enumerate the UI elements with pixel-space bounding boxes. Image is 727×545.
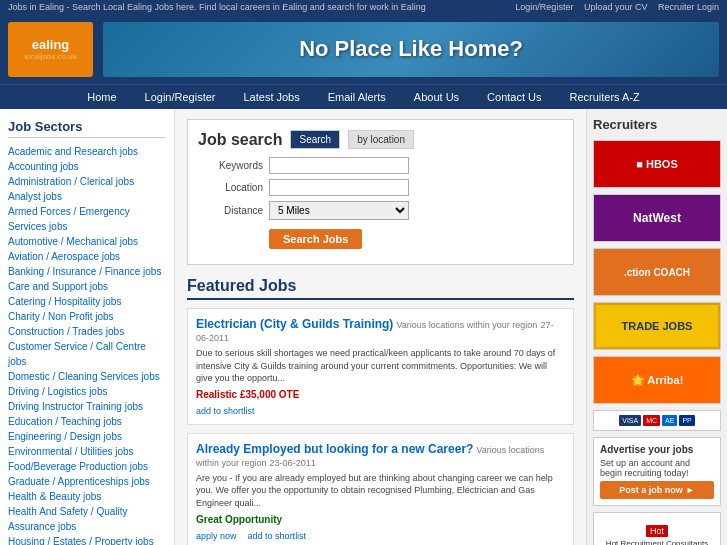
job-2-header: Already Employed but looking for a new C… <box>196 442 565 468</box>
post-job-label: Post a job now <box>619 485 683 495</box>
advertise-text: Set up an account and begin recruiting t… <box>600 458 714 478</box>
sidebar-link-food[interactable]: Food/Beverage Production jobs <box>8 459 166 474</box>
sidebar-link-domestic[interactable]: Domestic / Cleaning Services jobs <box>8 369 166 384</box>
job-2-desc: Are you - If you are already employed bu… <box>196 472 565 510</box>
sidebar-link-education[interactable]: Education / Teaching jobs <box>8 414 166 429</box>
banner-text: No Place Like Home? <box>299 36 523 62</box>
sidebar-link-armed-forces[interactable]: Armed Forces / Emergency Services jobs <box>8 204 166 234</box>
header-banner: No Place Like Home? <box>103 22 719 77</box>
sidebar-link-driving[interactable]: Driving / Logistics jobs <box>8 384 166 399</box>
mastercard-icon: MC <box>643 415 660 426</box>
sidebar-links: Academic and Research jobs Accounting jo… <box>8 144 166 545</box>
visa-icon: VISA <box>619 415 641 426</box>
recruiter-trade-logo: TRADE JOBS <box>594 303 720 349</box>
trade-text: TRADE JOBS <box>622 320 693 332</box>
recruiter-arriba-logo: 🌟 Arriba! <box>594 357 720 403</box>
job-2-title[interactable]: Already Employed but looking for a new C… <box>196 442 473 456</box>
search-jobs-button[interactable]: Search Jobs <box>269 229 362 249</box>
nav-contact-us[interactable]: Contact Us <box>473 85 555 109</box>
recruiter-hbos-logo: ■ HBOS <box>594 141 720 187</box>
recruiter-natwest-logo: NatWest <box>594 195 720 241</box>
nav-latest-jobs[interactable]: Latest Jobs <box>229 85 313 109</box>
upload-cv-link[interactable]: Upload your CV <box>584 2 648 12</box>
advertise-title: Advertise your jobs <box>600 444 714 455</box>
job-1-actions: add to shortlist <box>196 404 565 416</box>
main-nav: Home Login/Register Latest Jobs Email Al… <box>0 84 727 109</box>
sidebar-link-automotive[interactable]: Automotive / Mechanical jobs <box>8 234 166 249</box>
logo-main-text: ealing <box>24 37 76 53</box>
recruiter-natwest-box[interactable]: NatWest <box>593 194 721 242</box>
sidebar-link-customer-service[interactable]: Customer Service / Call Centre jobs <box>8 339 166 369</box>
sidebar-link-health-beauty[interactable]: Health & Beauty jobs <box>8 489 166 504</box>
job-1-header: Electrician (City & Guilds Training) Var… <box>196 317 565 343</box>
distance-select[interactable]: 1 Mile 5 Miles 10 Miles 20 Miles 30 Mile… <box>269 201 409 220</box>
hot-text: Hot Recruitment Consultants <box>606 539 708 546</box>
recruiter-coach-logo: .ction COACH <box>594 249 720 295</box>
keywords-label: Keywords <box>198 160 263 171</box>
nav-login[interactable]: Login/Register <box>131 85 230 109</box>
nav-email-alerts[interactable]: Email Alerts <box>314 85 400 109</box>
job-2-shortlist[interactable]: add to shortlist <box>248 531 307 541</box>
distance-label: Distance <box>198 205 263 216</box>
nav-about-us[interactable]: About Us <box>400 85 473 109</box>
center-content: Job search Search by location Keywords L… <box>175 109 587 545</box>
job-1-title[interactable]: Electrician (City & Guilds Training) <box>196 317 393 331</box>
paypal-icon: PP <box>679 415 694 426</box>
job-search-box: Job search Search by location Keywords L… <box>187 119 574 265</box>
sidebar-link-charity[interactable]: Charity / Non Profit jobs <box>8 309 166 324</box>
sidebar-link-environmental[interactable]: Environmental / Utilities jobs <box>8 444 166 459</box>
left-sidebar: Job Sectors Academic and Research jobs A… <box>0 109 175 545</box>
nav-recruiters-az[interactable]: Recruiters A-Z <box>556 85 654 109</box>
sidebar-link-health-safety[interactable]: Health And Safety / Quality Assurance jo… <box>8 504 166 534</box>
sidebar-title: Job Sectors <box>8 119 166 138</box>
sidebar-link-care[interactable]: Care and Support jobs <box>8 279 166 294</box>
sidebar-link-engineering[interactable]: Engineering / Design jobs <box>8 429 166 444</box>
natwest-text: NatWest <box>633 211 681 225</box>
job-1-desc: Due to serious skill shortages we need p… <box>196 347 565 385</box>
top-bar: Jobs in Ealing - Search Local Ealing Job… <box>0 0 727 14</box>
sidebar-link-construction[interactable]: Construction / Trades jobs <box>8 324 166 339</box>
top-bar-links: Login/Register Upload your CV Recruiter … <box>507 2 719 12</box>
job-2-green: Great Opportunity <box>196 514 565 525</box>
recruiter-login-link[interactable]: Recruiter Login <box>658 2 719 12</box>
coach-text: .ction COACH <box>624 267 690 278</box>
keywords-input[interactable] <box>269 157 409 174</box>
tab-search[interactable]: Search <box>290 130 340 149</box>
hot-recruitment-box[interactable]: Hot Hot Recruitment Consultants <box>593 512 721 545</box>
job-search-title: Job search <box>198 131 282 149</box>
arrow-right-icon: ► <box>686 485 695 495</box>
job-item-2: Already Employed but looking for a new C… <box>187 433 574 545</box>
job-2-apply[interactable]: apply now <box>196 531 237 541</box>
recruiter-coach-box[interactable]: .ction COACH <box>593 248 721 296</box>
job-1-salary: Realistic £35,000 OTE <box>196 389 565 400</box>
location-label: Location <box>198 182 263 193</box>
post-job-button[interactable]: Post a job now ► <box>600 481 714 499</box>
sidebar-link-admin[interactable]: Administration / Clerical jobs <box>8 174 166 189</box>
sidebar-link-housing[interactable]: Housing / Estates / Property jobs <box>8 534 166 545</box>
sidebar-link-graduate[interactable]: Graduate / Apprenticeships jobs <box>8 474 166 489</box>
sidebar-link-analyst[interactable]: Analyst jobs <box>8 189 166 204</box>
sidebar-link-driving-instructor[interactable]: Driving Instructor Training jobs <box>8 399 166 414</box>
recruiter-arriba-box[interactable]: 🌟 Arriba! <box>593 356 721 404</box>
hbos-text: ■ HBOS <box>636 158 677 170</box>
main-content: Job Sectors Academic and Research jobs A… <box>0 109 727 545</box>
login-register-link[interactable]: Login/Register <box>515 2 573 12</box>
featured-jobs-title: Featured Jobs <box>187 277 574 300</box>
nav-home[interactable]: Home <box>73 85 130 109</box>
tab-by-location[interactable]: by location <box>348 130 414 149</box>
job-1-shortlist[interactable]: add to shortlist <box>196 406 255 416</box>
payment-icons-box: VISA MC AE PP <box>593 410 721 431</box>
job-item-1: Electrician (City & Guilds Training) Var… <box>187 308 574 425</box>
distance-row: Distance 1 Mile 5 Miles 10 Miles 20 Mile… <box>198 201 563 220</box>
logo[interactable]: ealing localjobs.co.uk <box>8 22 93 77</box>
header: ealing localjobs.co.uk No Place Like Hom… <box>0 14 727 84</box>
job-2-date: 23-06-2011 <box>270 458 316 468</box>
sidebar-link-catering[interactable]: Catering / Hospitality jobs <box>8 294 166 309</box>
location-input[interactable] <box>269 179 409 196</box>
sidebar-link-accounting[interactable]: Accounting jobs <box>8 159 166 174</box>
sidebar-link-banking[interactable]: Banking / Insurance / Finance jobs <box>8 264 166 279</box>
recruiter-trade-box[interactable]: TRADE JOBS <box>593 302 721 350</box>
sidebar-link-aviation[interactable]: Aviation / Aerospace jobs <box>8 249 166 264</box>
sidebar-link-academic[interactable]: Academic and Research jobs <box>8 144 166 159</box>
recruiter-hbos-box[interactable]: ■ HBOS <box>593 140 721 188</box>
